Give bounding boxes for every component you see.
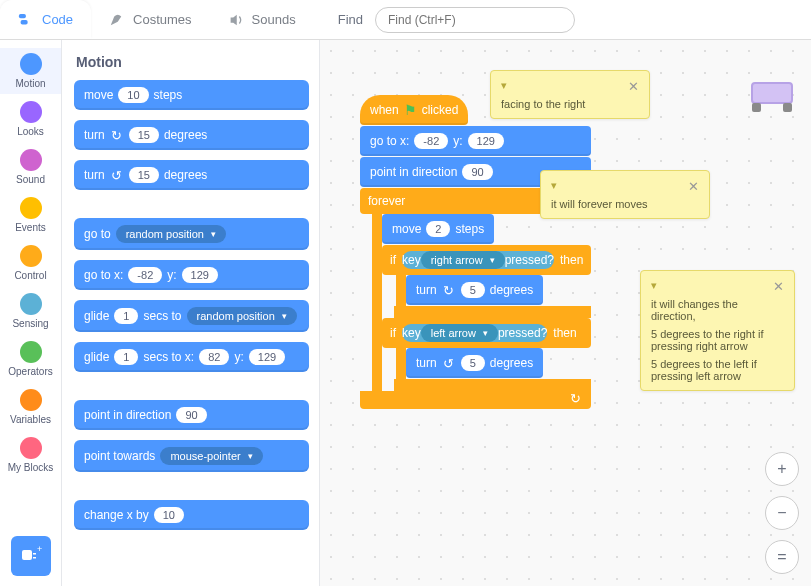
cat-dot — [20, 53, 42, 75]
cat-dot — [20, 389, 42, 411]
block-glide[interactable]: glide1secs torandom position — [74, 300, 309, 332]
script-stack[interactable]: when⚑clicked go to x:-82y:129 point in d… — [360, 95, 591, 409]
key-dropdown[interactable]: left arrow — [421, 324, 498, 342]
costumes-icon — [109, 13, 127, 27]
ccw-icon: ↺ — [442, 356, 456, 371]
block-goto[interactable]: go torandom position — [74, 218, 309, 250]
tab-label: Code — [42, 12, 73, 27]
close-icon[interactable]: ✕ — [688, 179, 699, 194]
cat-sound[interactable]: Sound — [0, 144, 61, 190]
cat-myblocks[interactable]: My Blocks — [0, 432, 61, 478]
block-change-x[interactable]: change x by10 — [74, 500, 309, 530]
ccw-icon: ↺ — [110, 168, 124, 183]
cat-dot — [20, 341, 42, 363]
plus-icon: + — [777, 460, 786, 478]
cat-motion[interactable]: Motion — [0, 48, 61, 94]
close-icon[interactable]: ✕ — [628, 79, 639, 94]
tab-costumes[interactable]: Costumes — [91, 0, 210, 39]
comment[interactable]: ▾✕ it will forever moves — [540, 170, 710, 219]
cat-sensing[interactable]: Sensing — [0, 288, 61, 334]
svg-rect-4 — [33, 557, 36, 559]
key-dropdown[interactable]: right arrow — [421, 251, 505, 269]
block-move-steps[interactable]: move2steps — [382, 214, 494, 244]
cat-dot — [20, 149, 42, 171]
block-key-pressed[interactable]: keyright arrowpressed? — [402, 251, 554, 269]
block-palette: Motion move10steps turn↻15degrees turn↺1… — [62, 40, 320, 586]
svg-rect-3 — [33, 553, 36, 555]
svg-rect-2 — [22, 550, 32, 560]
svg-text:+: + — [37, 545, 42, 554]
loop-icon: ↻ — [570, 391, 581, 406]
chevron-down-icon[interactable]: ▾ — [501, 79, 507, 94]
workspace[interactable]: when⚑clicked go to x:-82y:129 point in d… — [320, 40, 811, 586]
cat-variables[interactable]: Variables — [0, 384, 61, 430]
block-turn-cw[interactable]: turn↻5degrees — [406, 275, 543, 305]
category-rail: Motion Looks Sound Events Control Sensin… — [0, 40, 62, 586]
equals-icon: = — [777, 548, 786, 566]
sounds-icon — [228, 13, 246, 27]
block-point-towards[interactable]: point towardsmouse-pointer — [74, 440, 309, 472]
block-turn-ccw[interactable]: turn↺15degrees — [74, 160, 309, 190]
block-goto-xy[interactable]: go to x:-82y:129 — [360, 126, 591, 156]
tab-label: Costumes — [133, 12, 192, 27]
cat-dot — [20, 245, 42, 267]
zoom-in-button[interactable]: + — [765, 452, 799, 486]
chevron-down-icon[interactable]: ▾ — [551, 179, 557, 194]
find-input[interactable] — [375, 7, 575, 33]
zoom-out-button[interactable]: − — [765, 496, 799, 530]
block-when-flag[interactable]: when⚑clicked — [360, 95, 468, 125]
cat-operators[interactable]: Operators — [0, 336, 61, 382]
tab-label: Sounds — [252, 12, 296, 27]
tab-sounds[interactable]: Sounds — [210, 0, 314, 39]
cat-looks[interactable]: Looks — [0, 96, 61, 142]
block-if-left[interactable]: ifkeyleft arrowpressed?then — [382, 318, 591, 348]
minus-icon: − — [777, 504, 786, 522]
sprite-thumbnail[interactable] — [749, 80, 795, 110]
cat-dot — [20, 437, 42, 459]
pointto-dropdown[interactable]: mouse-pointer — [160, 447, 262, 465]
cat-dot — [20, 101, 42, 123]
glide-dropdown[interactable]: random position — [187, 307, 297, 325]
find-label: Find — [338, 12, 363, 27]
flag-icon: ⚑ — [404, 102, 417, 118]
block-goto-xy[interactable]: go to x:-82y:129 — [74, 260, 309, 290]
block-key-pressed[interactable]: keyleft arrowpressed? — [402, 324, 547, 342]
block-turn-cw[interactable]: turn↻15degrees — [74, 120, 309, 150]
code-icon — [18, 13, 36, 27]
chevron-down-icon[interactable]: ▾ — [651, 279, 657, 294]
comment[interactable]: ▾✕ it will changes the direction, 5 degr… — [640, 270, 795, 391]
block-turn-ccw[interactable]: turn↺5degrees — [406, 348, 543, 378]
block-glide-xy[interactable]: glide1secs to x:82y:129 — [74, 342, 309, 372]
tab-code[interactable]: Code — [0, 0, 91, 39]
cat-control[interactable]: Control — [0, 240, 61, 286]
add-extension-button[interactable]: + — [11, 536, 51, 576]
block-if-right[interactable]: ifkeyright arrowpressed?then — [382, 245, 591, 275]
goto-dropdown[interactable]: random position — [116, 225, 226, 243]
close-icon[interactable]: ✕ — [773, 279, 784, 294]
cat-dot — [20, 197, 42, 219]
comment[interactable]: ▾✕ facing to the right — [490, 70, 650, 119]
cw-icon: ↻ — [442, 283, 456, 298]
cat-events[interactable]: Events — [0, 192, 61, 238]
block-move-steps[interactable]: move10steps — [74, 80, 309, 110]
block-point-direction[interactable]: point in direction90 — [74, 400, 309, 430]
cat-dot — [20, 293, 42, 315]
svg-rect-1 — [21, 20, 28, 24]
palette-heading: Motion — [76, 54, 309, 70]
zoom-reset-button[interactable]: = — [765, 540, 799, 574]
cw-icon: ↻ — [110, 128, 124, 143]
svg-rect-0 — [19, 13, 26, 17]
